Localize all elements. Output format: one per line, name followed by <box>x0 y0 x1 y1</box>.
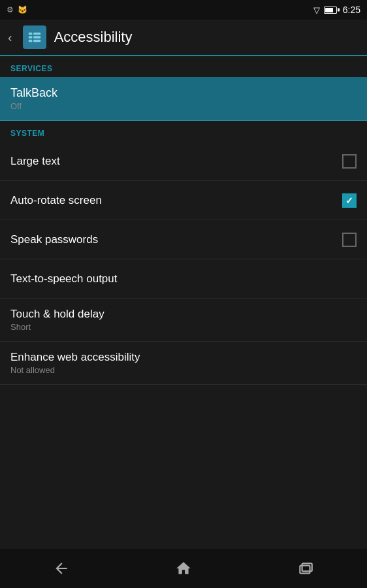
back-nav-button[interactable] <box>42 555 81 581</box>
battery-icon <box>324 7 337 14</box>
speak-passwords-item[interactable]: Speak passwords <box>0 220 367 259</box>
touch-hold-item[interactable]: Touch & hold delay Short <box>0 299 367 342</box>
touch-hold-title: Touch & hold delay <box>10 308 357 321</box>
nav-bar <box>0 549 367 588</box>
notification-icon: ⚙ <box>7 5 14 14</box>
large-text-checkbox[interactable] <box>342 154 357 169</box>
svg-rect-2 <box>29 40 33 42</box>
talkback-item[interactable]: TalkBack Off <box>0 77 367 121</box>
large-text-item[interactable]: Large text <box>0 142 367 181</box>
tts-output-title: Text-to-speech output <box>10 272 357 286</box>
clock: 6:25 <box>343 5 360 15</box>
wifi-icon: ▽ <box>313 5 320 15</box>
svg-rect-0 <box>29 33 33 35</box>
speak-passwords-checkbox[interactable] <box>342 233 357 247</box>
svg-rect-1 <box>29 36 33 39</box>
talkback-title: TalkBack <box>10 86 357 100</box>
enhance-web-subtitle: Not allowed <box>10 365 357 375</box>
auto-rotate-checkbox[interactable] <box>342 193 357 208</box>
auto-rotate-title: Auto-rotate screen <box>10 194 342 207</box>
svg-rect-5 <box>33 40 40 42</box>
status-icons-right: ▽ 6:25 <box>313 5 360 15</box>
accessibility-icon <box>23 25 46 49</box>
tts-output-item[interactable]: Text-to-speech output <box>0 259 367 299</box>
home-nav-button[interactable] <box>164 555 203 581</box>
extra-icon: 🐱 <box>18 5 27 14</box>
auto-rotate-item[interactable]: Auto-rotate screen <box>0 181 367 220</box>
recents-nav-button[interactable] <box>286 555 325 581</box>
system-section-header: SYSTEM <box>0 121 367 142</box>
svg-rect-3 <box>33 33 40 35</box>
page-title: Accessibility <box>54 29 133 46</box>
enhance-web-title: Enhance web accessibility <box>10 351 357 364</box>
settings-content: SERVICES TalkBack Off SYSTEM Large text … <box>0 56 367 385</box>
status-bar: ⚙ 🐱 ▽ 6:25 <box>0 0 367 20</box>
talkback-status: Off <box>10 101 357 111</box>
back-button[interactable]: ‹ <box>8 30 12 45</box>
large-text-title: Large text <box>10 155 342 168</box>
services-section-header: SERVICES <box>0 56 367 77</box>
touch-hold-subtitle: Short <box>10 322 357 332</box>
status-icons-left: ⚙ 🐱 <box>7 5 27 14</box>
svg-rect-4 <box>33 36 40 39</box>
speak-passwords-title: Speak passwords <box>10 233 342 246</box>
app-bar: ‹ Accessibility <box>0 20 367 56</box>
enhance-web-item[interactable]: Enhance web accessibility Not allowed <box>0 342 367 385</box>
